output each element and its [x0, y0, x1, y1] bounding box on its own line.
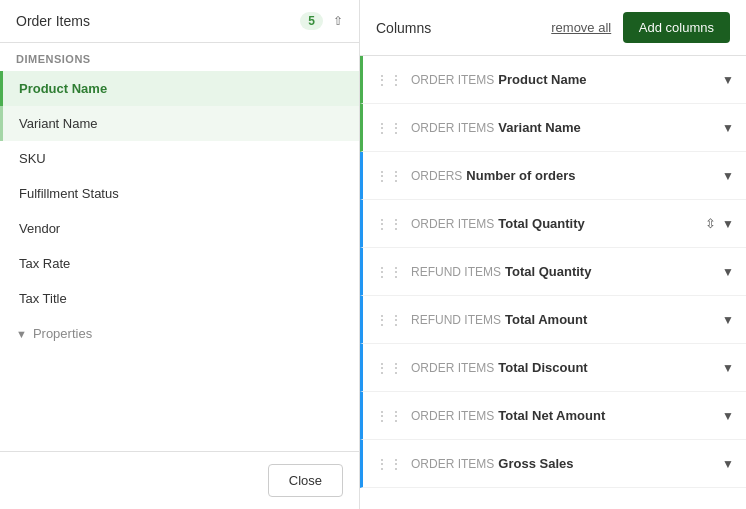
column-row-order-items-gross-sales: ⋮⋮ ORDER ITEMS Gross Sales ▼ — [360, 440, 746, 488]
column-row-order-items-total-discount: ⋮⋮ ORDER ITEMS Total Discount ▼ — [360, 344, 746, 392]
col-name: Total Discount — [498, 360, 587, 375]
dropdown-arrow-icon[interactable]: ▼ — [722, 265, 734, 279]
dropdown-arrow-icon[interactable]: ▼ — [722, 409, 734, 423]
count-badge: 5 — [300, 12, 323, 30]
dropdown-arrow-icon[interactable]: ▼ — [722, 217, 734, 231]
right-header-actions: remove all Add columns — [551, 12, 730, 43]
col-actions: ▼ — [722, 121, 734, 135]
drag-handle-icon[interactable]: ⋮⋮ — [375, 120, 403, 136]
col-category: REFUND ITEMS — [411, 313, 501, 327]
dropdown-arrow-icon[interactable]: ▼ — [722, 169, 734, 183]
drag-handle-icon[interactable]: ⋮⋮ — [375, 168, 403, 184]
col-name: Total Net Amount — [498, 408, 605, 423]
col-name: Gross Sales — [498, 456, 573, 471]
dimension-list: DIMENSIONS Product Name Variant Name SKU… — [0, 43, 359, 451]
list-item-vendor[interactable]: Vendor — [0, 211, 359, 246]
col-category: ORDER ITEMS — [411, 73, 494, 87]
col-actions: ▼ — [722, 313, 734, 327]
column-row-refund-items-total-quantity: ⋮⋮ REFUND ITEMS Total Quantity ▼ — [360, 248, 746, 296]
col-actions: ▼ — [722, 409, 734, 423]
chevron-down-icon: ▼ — [16, 328, 27, 340]
list-item-variant-name[interactable]: Variant Name — [0, 106, 359, 141]
dropdown-arrow-icon[interactable]: ▼ — [722, 73, 734, 87]
col-name: Variant Name — [498, 120, 580, 135]
col-category: REFUND ITEMS — [411, 265, 501, 279]
columns-label: Columns — [376, 20, 431, 36]
column-list: ⋮⋮ ORDER ITEMS Product Name ▼ ⋮⋮ ORDER I… — [360, 56, 746, 509]
drag-handle-icon[interactable]: ⋮⋮ — [375, 312, 403, 328]
drag-handle-icon[interactable]: ⋮⋮ — [375, 264, 403, 280]
drag-handle-icon[interactable]: ⋮⋮ — [375, 360, 403, 376]
add-columns-button[interactable]: Add columns — [623, 12, 730, 43]
drag-handle-icon[interactable]: ⋮⋮ — [375, 72, 403, 88]
list-item-tax-rate[interactable]: Tax Rate — [0, 246, 359, 281]
dropdown-arrow-icon[interactable]: ▼ — [722, 313, 734, 327]
column-row-order-items-total-quantity: ⋮⋮ ORDER ITEMS Total Quantity ⇳ ▼ — [360, 200, 746, 248]
left-panel: Order Items 5 ⇧ DIMENSIONS Product Name … — [0, 0, 360, 509]
col-name: Total Amount — [505, 312, 587, 327]
drag-handle-icon[interactable]: ⋮⋮ — [375, 408, 403, 424]
col-category: ORDER ITEMS — [411, 361, 494, 375]
left-header: Order Items 5 ⇧ — [0, 0, 359, 43]
col-category: ORDER ITEMS — [411, 409, 494, 423]
column-row-order-items-total-net-amount: ⋮⋮ ORDER ITEMS Total Net Amount ▼ — [360, 392, 746, 440]
drag-handle-icon[interactable]: ⋮⋮ — [375, 216, 403, 232]
dropdown-arrow-icon[interactable]: ▼ — [722, 361, 734, 375]
col-name: Number of orders — [466, 168, 575, 183]
col-category: ORDER ITEMS — [411, 217, 494, 231]
col-actions: ▼ — [722, 169, 734, 183]
right-header: Columns remove all Add columns — [360, 0, 746, 56]
dimensions-label: DIMENSIONS — [0, 43, 359, 71]
col-actions: ⇳ ▼ — [705, 216, 734, 231]
col-category: ORDER ITEMS — [411, 457, 494, 471]
dropdown-arrow-icon[interactable]: ▼ — [722, 121, 734, 135]
drag-handle-icon[interactable]: ⋮⋮ — [375, 456, 403, 472]
col-actions: ▼ — [722, 265, 734, 279]
col-actions: ▼ — [722, 73, 734, 87]
properties-label: Properties — [33, 326, 92, 341]
col-actions: ▼ — [722, 361, 734, 375]
right-panel: Columns remove all Add columns ⋮⋮ ORDER … — [360, 0, 746, 509]
col-name: Total Quantity — [505, 264, 591, 279]
list-item-fulfillment-status[interactable]: Fulfillment Status — [0, 176, 359, 211]
left-footer: Close — [0, 451, 359, 509]
list-item-sku[interactable]: SKU — [0, 141, 359, 176]
col-name: Product Name — [498, 72, 586, 87]
column-row-order-items-product-name: ⋮⋮ ORDER ITEMS Product Name ▼ — [360, 56, 746, 104]
close-button[interactable]: Close — [268, 464, 343, 497]
collapse-icon[interactable]: ⇧ — [333, 14, 343, 28]
column-row-refund-items-total-amount: ⋮⋮ REFUND ITEMS Total Amount ▼ — [360, 296, 746, 344]
list-item-tax-title[interactable]: Tax Title — [0, 281, 359, 316]
col-actions: ▼ — [722, 457, 734, 471]
properties-row[interactable]: ▼ Properties — [0, 316, 359, 351]
col-category: ORDER ITEMS — [411, 121, 494, 135]
col-category: ORDERS — [411, 169, 462, 183]
list-item-product-name[interactable]: Product Name — [0, 71, 359, 106]
left-panel-title: Order Items — [16, 13, 90, 29]
left-header-right: 5 ⇧ — [300, 12, 343, 30]
column-row-orders-number-of-orders: ⋮⋮ ORDERS Number of orders ▼ — [360, 152, 746, 200]
remove-all-button[interactable]: remove all — [551, 20, 611, 35]
col-name: Total Quantity — [498, 216, 584, 231]
column-row-order-items-variant-name: ⋮⋮ ORDER ITEMS Variant Name ▼ — [360, 104, 746, 152]
dropdown-arrow-icon[interactable]: ▼ — [722, 457, 734, 471]
sort-icon[interactable]: ⇳ — [705, 216, 716, 231]
